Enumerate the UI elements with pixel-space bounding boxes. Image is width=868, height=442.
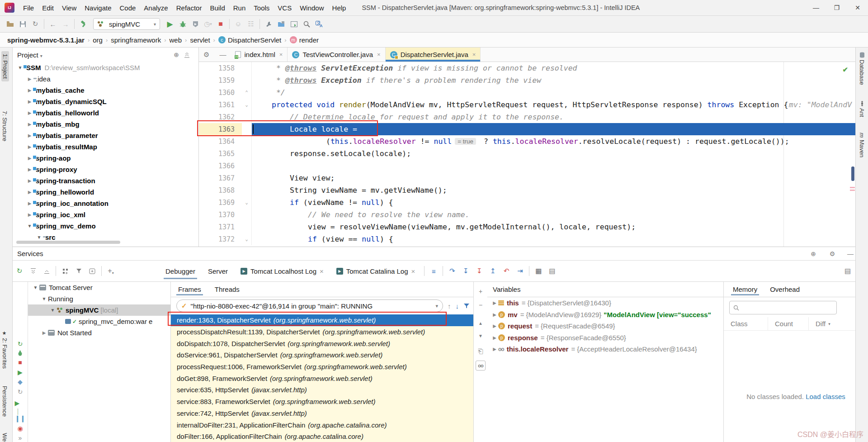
rerun-server-icon[interactable]: ↻ — [15, 340, 26, 347]
step-into-icon[interactable]: ↧ — [459, 265, 472, 277]
code-line[interactable]: 1365response.setLocale(locale); — [199, 147, 855, 160]
line-number[interactable]: 1364 — [199, 135, 242, 147]
save-all-icon[interactable] — [16, 18, 29, 30]
layout-settings-icon[interactable]: ≡ — [427, 265, 440, 277]
column-diff[interactable]: Diff▾ — [809, 317, 830, 331]
menu-navigate[interactable]: Navigate — [80, 0, 115, 16]
menu-build[interactable]: Build — [206, 0, 229, 16]
hide-icon[interactable]: ― — [845, 250, 855, 257]
stack-frame[interactable]: service:635, HttpServlet(javax.servlet.h… — [171, 384, 473, 396]
gear-icon[interactable]: ⚙ — [203, 51, 209, 59]
variable-row[interactable]: ▶oothis.localeResolver= {AcceptHeaderLoc… — [487, 343, 723, 355]
column-count[interactable]: Count — [768, 317, 809, 331]
locate-icon[interactable]: ⊕ — [808, 250, 818, 257]
locate-file-icon[interactable]: ⊕ — [171, 51, 181, 58]
expand-arrow-icon[interactable]: ▶ — [491, 323, 498, 328]
breadcrumb-item[interactable]: cDispatcherServlet — [218, 36, 281, 44]
project-tree-item[interactable]: ▶spring-transaction — [13, 175, 198, 186]
project-tree-item[interactable]: ▶spring_helloworld — [13, 186, 198, 198]
close-tab-icon[interactable]: × — [472, 51, 476, 58]
service-tree-item[interactable]: ▼spingMVC [local] — [28, 304, 170, 316]
tab-frames[interactable]: Frames — [178, 282, 201, 297]
stack-frame[interactable]: doService:961, DispatcherServlet(org.spr… — [171, 349, 473, 361]
line-number[interactable]: 1370 — [199, 209, 242, 221]
menu-tools[interactable]: Tools — [250, 0, 274, 16]
stack-frame[interactable]: processDispatchResult:1139, DispatcherSe… — [171, 326, 473, 338]
code-line[interactable]: 1367View view; — [199, 172, 855, 184]
horizontal-scrollbar[interactable] — [16, 241, 120, 244]
rerun-icon[interactable]: ↻ — [13, 265, 26, 277]
expand-arrow-icon[interactable]: ▶ — [491, 312, 498, 317]
run-icon[interactable]: ▶ — [164, 18, 176, 30]
translate-icon[interactable]: 文A — [313, 18, 326, 30]
menu-file[interactable]: File — [19, 0, 38, 16]
frame-down-icon[interactable]: ↓ — [456, 302, 459, 310]
code-line[interactable]: 1361⌄protected void render(ModelAndView … — [199, 99, 855, 111]
service-tree-item[interactable]: ▼Running — [28, 293, 170, 304]
move-up-icon[interactable]: ▲ — [476, 318, 486, 328]
thread-dropdown[interactable]: ✓ "http-nio-8080-exec-42"@16,914 in grou… — [176, 299, 443, 312]
code-line[interactable]: 1360⌃ */ — [199, 86, 855, 99]
line-number[interactable]: 1372 — [199, 233, 242, 245]
variable-row[interactable]: ▶pmv= {ModelAndView@16929}"ModelAndView … — [487, 309, 723, 321]
project-tree-item[interactable]: ▶spring-proxy — [13, 164, 198, 175]
collapse-arrow-icon[interactable]: ▼ — [35, 235, 43, 240]
coverage-icon[interactable] — [189, 18, 202, 30]
project-tree-item[interactable]: ▶mybatis_helloworld — [13, 107, 198, 119]
code-line[interactable]: 1371view = resolveViewName(viewName, mv.… — [199, 221, 855, 233]
stack-frame[interactable]: service:883, FrameworkServlet(org.spring… — [171, 396, 473, 408]
add-service-icon[interactable]: +▾ — [104, 265, 118, 277]
expand-arrow-icon[interactable]: ▶ — [26, 76, 33, 81]
profiler-icon[interactable]: ◷▾ — [202, 18, 214, 30]
fold-marker-icon[interactable]: ⌄ — [242, 99, 252, 111]
project-tree-item[interactable]: ▶spring-aop — [13, 152, 198, 164]
stack-frame[interactable]: service:742, HttpServlet(javax.servlet.h… — [171, 408, 473, 419]
project-tree-item[interactable]: ▼SSMD:\review_ssm\workspace\SSM — [13, 62, 198, 73]
stack-frame[interactable]: doDispatch:1078, DispatcherServlet(org.s… — [171, 337, 473, 349]
toolwindow-button-persistence[interactable]: Persistence — [1, 386, 8, 417]
debug-tab-debugger[interactable]: Debugger — [159, 261, 202, 282]
line-number[interactable]: 1371 — [199, 221, 242, 233]
code-line[interactable]: 1358 * @throws ServletException if view … — [199, 62, 855, 74]
code-line[interactable]: 1359 * @throws Exception if there's a pr… — [199, 74, 855, 86]
attach-process-icon[interactable]: ☷ — [245, 18, 257, 30]
step-over-icon[interactable]: ↷ — [445, 265, 459, 277]
toolwindow-button-favorites[interactable]: ★2: Favorites — [1, 330, 8, 369]
frame-up-icon[interactable]: ↑ — [448, 302, 451, 310]
maximize-button[interactable]: ❐ — [826, 0, 847, 15]
close-tab-icon[interactable]: × — [320, 267, 324, 275]
line-number[interactable]: 1368 — [199, 184, 242, 196]
settings-wrench-icon[interactable] — [262, 18, 275, 30]
toolwindow-button-database[interactable]: Database — [859, 52, 865, 85]
forward-icon[interactable]: → — [59, 18, 72, 30]
pause-icon[interactable]: ❙❙ — [15, 415, 26, 423]
debug-tab-tomcat-localhost-log[interactable]: ▶Tomcat Localhost Log× — [234, 261, 330, 282]
menu-help[interactable]: Help — [328, 0, 350, 16]
step-play-icon[interactable]: ▶｜ — [15, 402, 26, 413]
line-number[interactable]: 1363 — [199, 123, 242, 135]
project-tree-item[interactable]: ▶mybatis_cache — [13, 85, 198, 96]
view-breakpoints-icon[interactable]: ◉ — [15, 424, 26, 432]
project-tree-item[interactable]: ▶spring_ioc_xml — [13, 209, 198, 220]
mute-breakpoints-icon[interactable]: ▤ — [545, 265, 559, 277]
minimize-button[interactable]: ― — [806, 0, 826, 15]
line-number[interactable]: 1362 — [199, 111, 242, 123]
group-by-icon[interactable] — [58, 265, 72, 277]
line-number[interactable]: 1367 — [199, 172, 242, 184]
search-everywhere-icon[interactable] — [300, 18, 313, 30]
new-window-icon[interactable] — [85, 265, 99, 277]
project-view-selector[interactable]: Project ▾ — [17, 51, 42, 59]
line-number[interactable]: 1361 — [199, 99, 242, 111]
hide-frames-filter-icon[interactable] — [463, 303, 470, 309]
filter-icon[interactable] — [72, 265, 85, 277]
stack-frame[interactable]: internalDoFilter:231, ApplicationFilterC… — [171, 419, 473, 431]
editor-tab-DispatcherServlet.java[interactable]: CDispatcherServlet.java× — [386, 48, 481, 62]
menu-refactor[interactable]: Refactor — [172, 0, 206, 16]
load-classes-link[interactable]: Load classes — [806, 393, 845, 400]
stack-frame[interactable]: render:1363, DispatcherServlet(org.sprin… — [171, 314, 473, 326]
tree-arrow-icon[interactable]: ▼ — [40, 296, 48, 301]
run-configuration-combo[interactable]: spingMVC ▾ — [93, 18, 160, 30]
debug-bug-icon[interactable] — [15, 349, 26, 356]
stack-frame[interactable]: doFilter:166, ApplicationFilterChain(org… — [171, 431, 473, 442]
gear-icon[interactable]: ⚙ — [827, 250, 837, 257]
